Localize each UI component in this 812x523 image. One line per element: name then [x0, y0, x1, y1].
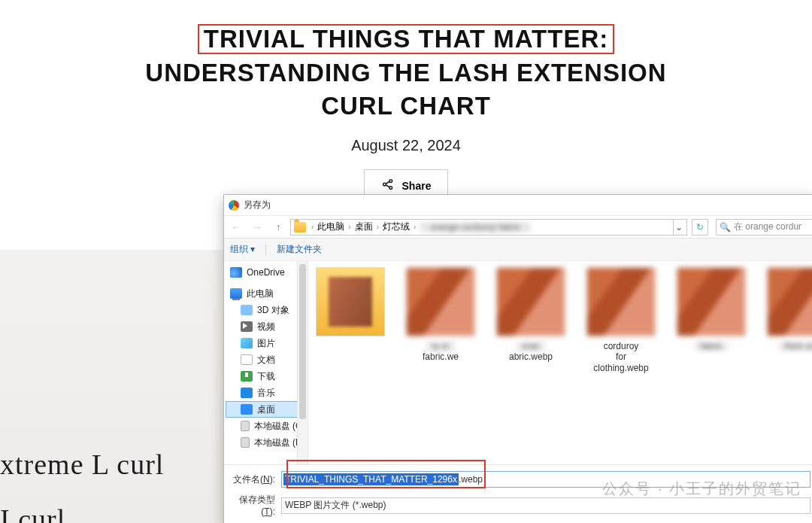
filetype-label: 保存类型(T): [230, 494, 275, 517]
nav-up-button[interactable]: ↑ [269, 218, 287, 236]
tree-3d-objects[interactable]: 3D 对象 [226, 302, 308, 318]
dialog-toolbar: 组织 ▾ 新建文件夹 [224, 239, 812, 261]
nav-forward-button[interactable]: → [248, 218, 266, 236]
bg-label-i-curl: I curl [0, 503, 65, 523]
article-date: August 22, 2024 [0, 137, 812, 154]
file-thumb-1[interactable]: ty orfabric.we [406, 267, 475, 363]
tree-drive-c[interactable]: 本地磁盘 (C:) [226, 418, 308, 434]
bg-label-extreme-l: xtreme L curl [0, 448, 164, 481]
search-placeholder: 在 orange cordur [734, 220, 801, 233]
filename-label: 文件名(N): [230, 473, 275, 486]
file-thumb-4[interactable]: fabric [677, 267, 746, 351]
dialog-titlebar: 另存为 [224, 195, 812, 216]
folder-tree: OneDrive 此电脑 3D 对象 视频 图片 文档 下载 音乐 桌面 本地磁… [224, 261, 308, 464]
dialog-address-bar: ← → ↑ › 此电脑› 桌面› 灯芯绒› orange corduroy fa… [224, 216, 812, 239]
crumb-dropdown[interactable]: ⌄ [673, 219, 683, 236]
tree-onedrive[interactable]: OneDrive [226, 264, 308, 281]
title-line2: UNDERSTANDING THE LASH EXTENSION [145, 59, 666, 87]
crumb-desktop[interactable]: 桌面 [355, 220, 373, 233]
tree-videos[interactable]: 视频 [226, 318, 308, 335]
crumb-pc[interactable]: 此电脑 [317, 220, 344, 233]
share-label: Share [402, 180, 432, 192]
tree-music[interactable]: 音乐 [226, 385, 308, 401]
article-title: TRIVIAL THINGS THAT MATTER: UNDERSTANDIN… [94, 23, 718, 123]
tree-documents[interactable]: 文档 [226, 351, 308, 368]
file-thumb-3[interactable]: corduroyforclothing.webp [586, 267, 656, 373]
title-line3: CURL CHART [321, 92, 491, 120]
organize-menu[interactable]: 组织 ▾ [230, 243, 255, 256]
title-highlight: TRIVIAL THINGS THAT MATTER: [198, 24, 614, 54]
crumb-blurred[interactable]: orange corduroy fabric [420, 222, 531, 233]
search-icon: 🔍 [720, 222, 731, 233]
folder-icon [294, 222, 306, 233]
svg-line-4 [386, 185, 389, 187]
nav-back-button[interactable]: ← [227, 218, 245, 236]
chrome-icon [229, 200, 239, 211]
new-folder-button[interactable]: 新建文件夹 [277, 243, 322, 256]
crumb-folder[interactable]: 灯芯绒 [383, 220, 410, 233]
watermark: 公众号 · 小王子的外贸笔记 [602, 479, 801, 499]
breadcrumb[interactable]: › 此电脑› 桌面› 灯芯绒› orange corduroy fabric ⌄ [290, 219, 687, 236]
filename-rest: .webp [459, 474, 483, 485]
filename-selected: TRIVIAL_THINGS_THAT_MATTER_1296x [283, 473, 459, 485]
filetype-select[interactable]: WEBP 图片文件 (*.webp) [281, 497, 810, 514]
tree-downloads[interactable]: 下载 [226, 368, 308, 385]
tree-desktop[interactable]: 桌面 [226, 401, 308, 418]
search-input[interactable]: 🔍 在 orange cordur [716, 219, 812, 236]
file-pane[interactable]: ty orfabric.we oranabric.webp corduroyfo… [308, 261, 812, 464]
file-thumb-5[interactable]: thick ora [767, 267, 812, 351]
dialog-title: 另存为 [244, 199, 271, 211]
svg-line-3 [386, 181, 389, 184]
refresh-button[interactable]: ↻ [692, 219, 708, 236]
tree-scrollbar[interactable] [297, 261, 308, 464]
file-thumb-folder[interactable] [316, 267, 385, 341]
file-thumb-2[interactable]: oranabric.webp [496, 267, 565, 363]
tree-this-pc[interactable]: 此电脑 [226, 285, 308, 302]
save-as-dialog: 另存为 ← → ↑ › 此电脑› 桌面› 灯芯绒› orange corduro… [223, 194, 812, 523]
share-icon [381, 178, 395, 193]
tree-pictures[interactable]: 图片 [226, 335, 308, 351]
tree-drive-d[interactable]: 本地磁盘 (D:) [226, 434, 308, 451]
